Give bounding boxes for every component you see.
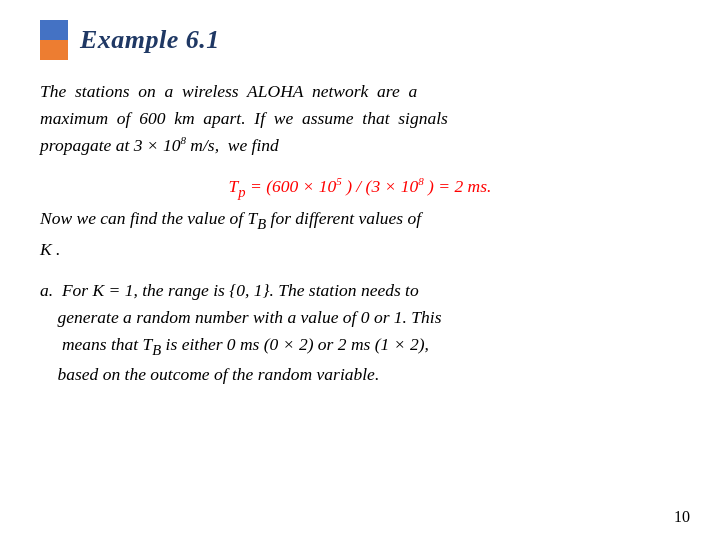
content-body: The stations on a wireless ALOHA network… xyxy=(40,78,680,388)
formula-line: Tp = (600 × 105 ) / (3 × 108 ) = 2 ms. xyxy=(40,173,680,203)
slide-container: Example 6.1 The stations on a wireless A… xyxy=(0,0,720,540)
color-blocks xyxy=(40,20,68,60)
para1-line1: The stations on a wireless ALOHA network… xyxy=(40,81,417,101)
formula-text: Tp = (600 × 105 ) / (3 × 108 ) = 2 ms. xyxy=(229,176,492,196)
para1-line2: maximum of 600 km apart. If we assume th… xyxy=(40,108,448,128)
part-a-line2: generate a random number with a value of… xyxy=(40,307,442,327)
block-top xyxy=(40,20,68,40)
para1-line3: propagate at 3 × 108 m/s, we find xyxy=(40,135,279,155)
slide-title: Example 6.1 xyxy=(80,25,220,55)
part-a-line3: means that TB is either 0 ms (0 × 2) or … xyxy=(40,334,429,354)
paragraph-2: Now we can find the value of TB for diff… xyxy=(40,205,680,262)
page-number: 10 xyxy=(674,508,690,526)
header-bar: Example 6.1 xyxy=(40,20,680,60)
part-a-line4: based on the outcome of the random varia… xyxy=(40,364,379,384)
para2-k: K . xyxy=(40,239,60,259)
block-bottom xyxy=(40,40,68,60)
part-a-label: a. xyxy=(40,280,53,300)
paragraph-1: The stations on a wireless ALOHA network… xyxy=(40,78,680,159)
part-a-line1: For K = 1, the range is {0, 1}. The stat… xyxy=(58,280,419,300)
para2-text: Now we can find the value of TB for diff… xyxy=(40,208,421,228)
part-a: a. For K = 1, the range is {0, 1}. The s… xyxy=(40,277,680,388)
